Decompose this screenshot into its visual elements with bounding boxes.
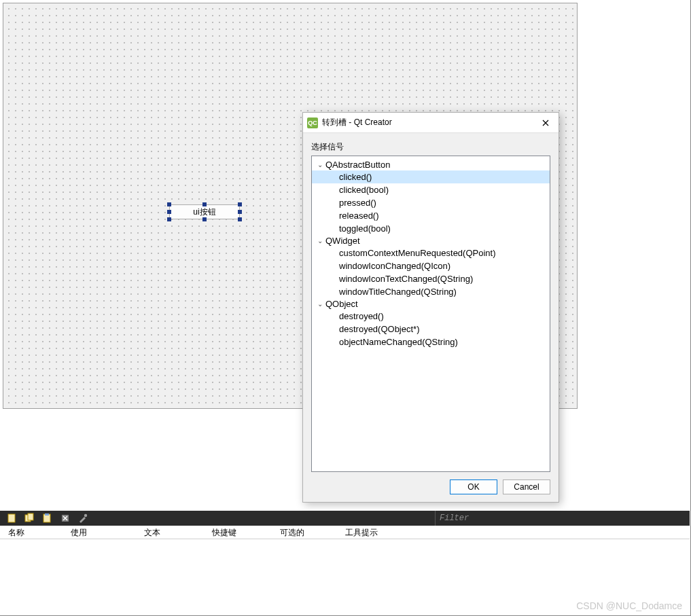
resize-handle-mr[interactable] (238, 210, 242, 214)
col-tooltip[interactable]: 工具提示 (337, 526, 432, 539)
action-table-headers: 名称 使用 文本 快捷键 可选的 工具提示 (0, 526, 690, 539)
chevron-down-icon: ⌄ (316, 300, 324, 308)
tree-group-label: QWidget (325, 236, 360, 246)
delete-action-icon[interactable] (60, 513, 71, 524)
col-text[interactable]: 文本 (136, 526, 204, 539)
dialog-titlebar[interactable]: QC 转到槽 - Qt Creator (303, 113, 559, 133)
watermark: CSDN @NUC_Dodamce (576, 600, 682, 611)
tree-group-label: QAbstractButton (325, 160, 390, 170)
go-to-slot-dialog: QC 转到槽 - Qt Creator 选择信号 ⌄QAbstractButto… (302, 112, 559, 503)
signal-item[interactable]: customContextMenuRequested(QPoint) (312, 247, 550, 259)
signal-item[interactable]: destroyed() (312, 310, 550, 323)
svg-rect-4 (45, 513, 49, 515)
chevron-down-icon: ⌄ (316, 161, 324, 168)
resize-handle-bl[interactable] (167, 217, 171, 221)
resize-handle-tr[interactable] (238, 202, 242, 206)
resize-handle-tm[interactable] (202, 202, 207, 206)
signal-tree[interactable]: ⌄QAbstractButtonclicked()clicked(bool)pr… (311, 156, 550, 472)
tree-group-QAbstractButton[interactable]: ⌄QAbstractButton (312, 159, 550, 170)
paste-action-icon[interactable] (42, 513, 53, 524)
chevron-down-icon: ⌄ (316, 237, 324, 244)
outer-frame: ui按钮 QC 转到槽 - Qt Creator (0, 0, 691, 616)
filter-input[interactable]: Filter (435, 511, 689, 526)
signal-item[interactable]: destroyed(QObject*) (312, 323, 550, 336)
action-editor-toolbar: Filter (0, 511, 690, 526)
tree-group-label: QObject (325, 299, 358, 309)
ui-push-button-label: ui按钮 (193, 206, 215, 218)
dialog-close-button[interactable] (537, 115, 554, 130)
resize-handle-tl[interactable] (167, 202, 171, 206)
tree-group-QObject[interactable]: ⌄QObject (312, 298, 550, 310)
signal-item[interactable]: toggled(bool) (312, 222, 550, 235)
signal-item[interactable]: windowIconChanged(QIcon) (312, 259, 550, 272)
cancel-button[interactable]: Cancel (503, 479, 550, 494)
col-checkable[interactable]: 可选的 (272, 526, 337, 539)
dialog-button-row: OK Cancel (303, 472, 559, 502)
signal-item[interactable]: windowIconTextChanged(QString) (312, 272, 550, 285)
svg-point-6 (84, 514, 87, 517)
qt-creator-icon: QC (307, 117, 318, 128)
signal-item[interactable]: objectNameChanged(QString) (312, 336, 550, 348)
select-signal-label: 选择信号 (311, 141, 550, 153)
new-action-icon[interactable] (7, 513, 18, 524)
signal-item[interactable]: released() (312, 209, 550, 222)
svg-rect-0 (8, 514, 15, 522)
resize-handle-bm[interactable] (202, 217, 207, 221)
resize-handle-br[interactable] (238, 217, 242, 221)
tree-group-QWidget[interactable]: ⌄QWidget (312, 235, 550, 247)
selected-widget[interactable]: ui按钮 (169, 204, 240, 219)
col-name[interactable]: 名称 (0, 526, 63, 539)
filter-placeholder: Filter (440, 513, 469, 523)
signal-item[interactable]: clicked(bool) (312, 183, 550, 196)
col-shortcut[interactable]: 快捷键 (204, 526, 272, 539)
col-used[interactable]: 使用 (63, 526, 136, 539)
close-icon (542, 120, 549, 126)
toolbar-icons (0, 513, 88, 524)
signal-item[interactable]: windowTitleChanged(QString) (312, 285, 550, 298)
dialog-title: 转到槽 - Qt Creator (322, 117, 537, 128)
resize-handle-ml[interactable] (167, 210, 171, 214)
signal-item[interactable]: clicked() (312, 170, 550, 183)
configure-icon[interactable] (77, 513, 88, 524)
svg-rect-2 (28, 513, 33, 520)
copy-action-icon[interactable] (24, 513, 35, 524)
dialog-body: 选择信号 ⌄QAbstractButtonclicked()clicked(bo… (303, 133, 559, 472)
ok-button[interactable]: OK (450, 479, 497, 494)
signal-item[interactable]: pressed() (312, 196, 550, 209)
